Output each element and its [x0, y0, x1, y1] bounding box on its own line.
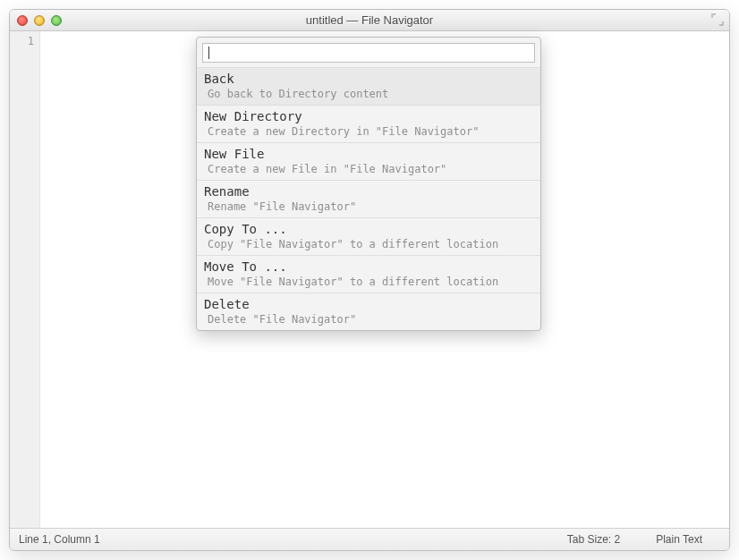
traffic-lights [17, 10, 62, 30]
command-palette-item[interactable]: BackGo back to Directory content [197, 67, 540, 105]
status-bar: Line 1, Column 1 Tab Size: 2 Plain Text [10, 529, 729, 550]
status-tabsize[interactable]: Tab Size: 2 [549, 533, 638, 546]
zoom-button[interactable] [51, 15, 62, 26]
command-palette-item-title: Delete [204, 297, 533, 311]
command-palette-item-title: New File [204, 147, 533, 161]
command-palette-item-title: Back [204, 72, 533, 86]
command-palette-item[interactable]: Copy To ...Copy "File Navigator" to a di… [197, 217, 540, 255]
app-window: untitled — File Navigator 1 BackGo back … [9, 9, 730, 551]
command-palette-item-desc: Rename "File Navigator" [204, 199, 533, 213]
command-palette-item-title: Copy To ... [204, 222, 533, 236]
close-button[interactable] [17, 15, 28, 26]
text-editor[interactable]: BackGo back to Directory contentNew Dire… [40, 31, 729, 528]
editor-area: 1 BackGo back to Directory contentNew Di… [10, 31, 729, 529]
line-number: 1 [10, 35, 34, 47]
command-palette-item-desc: Copy "File Navigator" to a different loc… [204, 236, 533, 250]
command-palette-item-title: Move To ... [204, 259, 533, 274]
command-palette-item-desc: Create a new Directory in "File Navigato… [204, 123, 533, 138]
command-palette-item-desc: Delete "File Navigator" [204, 311, 533, 326]
fullscreen-icon[interactable] [711, 13, 724, 26]
command-palette-item[interactable]: DeleteDelete "File Navigator" [197, 293, 540, 330]
command-palette-input-wrap [197, 38, 540, 67]
status-position[interactable]: Line 1, Column 1 [19, 533, 100, 546]
command-palette-item[interactable]: Move To ...Move "File Navigator" to a di… [197, 255, 540, 293]
command-palette-item-title: Rename [204, 184, 533, 199]
command-palette-item-title: New Directory [204, 109, 533, 123]
command-palette-item[interactable]: New DirectoryCreate a new Directory in "… [197, 105, 540, 142]
minimize-button[interactable] [34, 15, 45, 26]
command-palette: BackGo back to Directory contentNew Dire… [196, 37, 541, 331]
command-palette-item-desc: Move "File Navigator" to a different loc… [204, 274, 533, 288]
window-title: untitled — File Navigator [10, 13, 729, 27]
text-caret [208, 47, 209, 59]
status-syntax[interactable]: Plain Text [638, 533, 720, 546]
command-palette-item[interactable]: New FileCreate a new File in "File Navig… [197, 142, 540, 180]
line-gutter: 1 [10, 31, 40, 528]
command-palette-list: BackGo back to Directory contentNew Dire… [197, 67, 540, 330]
command-palette-item-desc: Go back to Directory content [204, 86, 533, 100]
command-palette-input[interactable] [202, 43, 535, 63]
title-bar[interactable]: untitled — File Navigator [10, 10, 729, 31]
command-palette-item[interactable]: RenameRename "File Navigator" [197, 180, 540, 217]
command-palette-item-desc: Create a new File in "File Navigator" [204, 161, 533, 175]
